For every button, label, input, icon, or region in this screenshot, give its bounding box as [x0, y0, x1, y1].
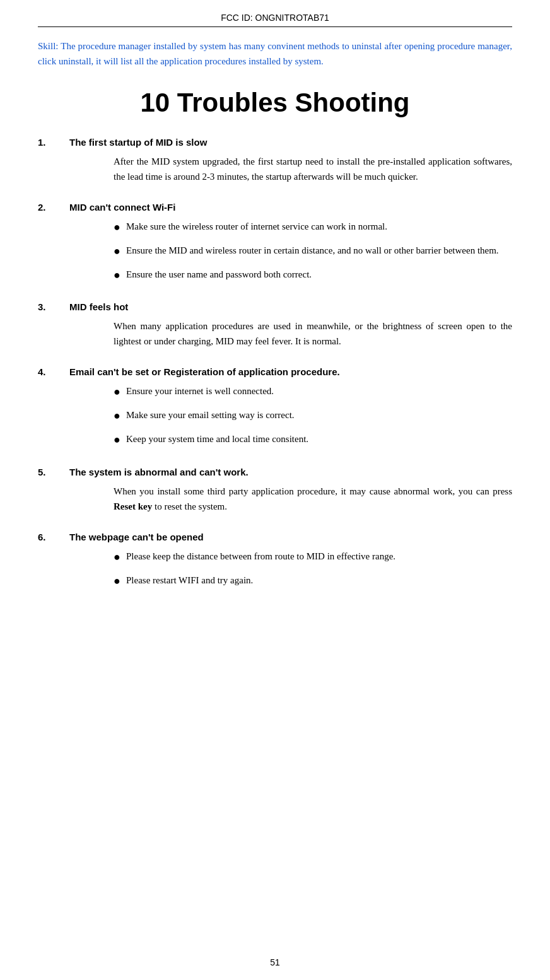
section-2-number: 2.: [38, 202, 69, 213]
bullet-icon: ●: [114, 218, 126, 236]
list-item: ● Please keep the distance between from …: [114, 549, 512, 566]
bullet-icon: ●: [114, 548, 126, 566]
bullet-text: Ensure your internet is well connected.: [126, 383, 512, 399]
section-5-body: When you install some third party applic…: [114, 484, 512, 514]
section-1: 1. The first startup of MID is slow Afte…: [38, 137, 512, 184]
skill-section: Skill: The procedure manager installed b…: [38, 38, 512, 69]
bullet-icon: ●: [114, 431, 126, 449]
list-item: ● Please restart WIFI and try again.: [114, 573, 512, 590]
section-2-title: MID can't connect Wi-Fi: [69, 202, 175, 213]
section-2-bullets: ● Make sure the wireless router of inter…: [114, 219, 512, 284]
section-6-title: The webpage can't be opened: [69, 532, 204, 542]
list-item: ● Ensure the user name and password both…: [114, 267, 512, 284]
list-item: ● Make sure the wireless router of inter…: [114, 219, 512, 236]
bullet-text: Make sure the wireless router of interne…: [126, 219, 512, 234]
bullet-text: Ensure the MID and wireless router in ce…: [126, 243, 512, 258]
section-5-title: The system is abnormal and can't work.: [69, 467, 249, 477]
section-1-header: 1. The first startup of MID is slow: [38, 137, 512, 148]
section-1-number: 1.: [38, 137, 69, 148]
skill-text: Skill: The procedure manager installed b…: [38, 41, 512, 66]
bullet-icon: ●: [114, 383, 126, 401]
list-item: ● Ensure the MID and wireless router in …: [114, 243, 512, 260]
page: FCC ID: ONGNITROTAB71 Skill: The procedu…: [0, 0, 550, 980]
section-6-header: 6. The webpage can't be opened: [38, 532, 512, 542]
section-2-header: 2. MID can't connect Wi-Fi: [38, 202, 512, 213]
section-4-header: 4. Email can't be set or Registeration o…: [38, 366, 512, 377]
section-5-header: 5. The system is abnormal and can't work…: [38, 467, 512, 477]
list-item: ● Ensure your internet is well connected…: [114, 383, 512, 401]
section-6-number: 6.: [38, 532, 69, 542]
section-6: 6. The webpage can't be opened ● Please …: [38, 532, 512, 590]
section-3-number: 3.: [38, 301, 69, 312]
bullet-text: Keep your system time and local time con…: [126, 431, 512, 446]
section-6-bullets: ● Please keep the distance between from …: [114, 549, 512, 590]
section-4-number: 4.: [38, 366, 69, 377]
page-number: 51: [270, 957, 280, 967]
section-1-title: The first startup of MID is slow: [69, 137, 207, 148]
list-item: ● Make sure your email setting way is co…: [114, 407, 512, 425]
section-1-body: After the MID system upgraded, the first…: [114, 154, 512, 184]
section-2: 2. MID can't connect Wi-Fi ● Make sure t…: [38, 202, 512, 284]
page-footer: 51: [0, 957, 550, 967]
section-3: 3. MID feels hot When many application p…: [38, 301, 512, 349]
bullet-text: Make sure your email setting way is corr…: [126, 407, 512, 423]
section-4: 4. Email can't be set or Registeration o…: [38, 366, 512, 448]
section-5-number: 5.: [38, 467, 69, 477]
section-3-header: 3. MID feels hot: [38, 301, 512, 312]
bullet-icon: ●: [114, 407, 126, 425]
bullet-text: Please keep the distance between from ro…: [126, 549, 512, 564]
section-3-body: When many application procedures are use…: [114, 318, 512, 349]
reset-key-label: Reset key: [114, 501, 152, 511]
page-header: FCC ID: ONGNITROTAB71: [38, 13, 512, 27]
bullet-icon: ●: [114, 266, 126, 284]
bullet-text: Ensure the user name and password both c…: [126, 267, 512, 282]
bullet-icon: ●: [114, 572, 126, 590]
section-5: 5. The system is abnormal and can't work…: [38, 467, 512, 514]
list-item: ● Keep your system time and local time c…: [114, 431, 512, 449]
header-title: FCC ID: ONGNITROTAB71: [221, 13, 329, 23]
chapter-title: 10 Troubles Shooting: [38, 88, 512, 118]
section-4-title: Email can't be set or Registeration of a…: [69, 366, 340, 377]
bullet-icon: ●: [114, 242, 126, 260]
bullet-text: Please restart WIFI and try again.: [126, 573, 512, 588]
section-3-title: MID feels hot: [69, 301, 128, 312]
section-4-bullets: ● Ensure your internet is well connected…: [114, 383, 512, 448]
